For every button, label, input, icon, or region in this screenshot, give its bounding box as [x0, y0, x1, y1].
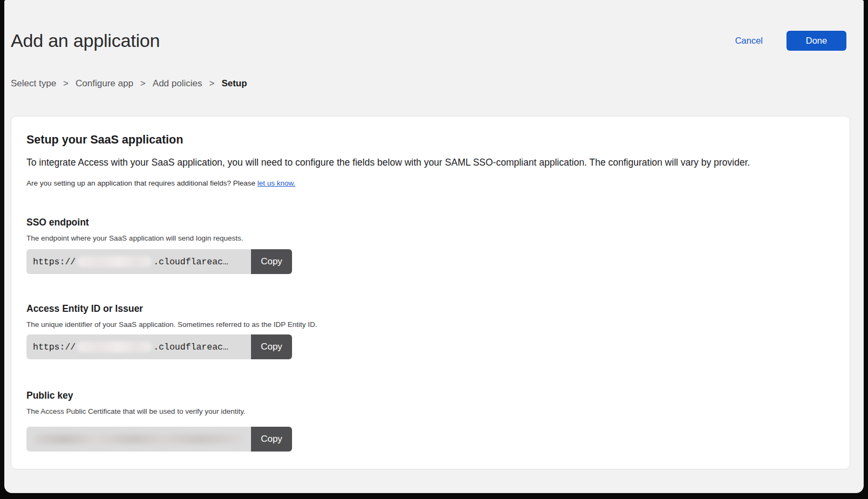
public-key-section: Public key The Access Public Certificate…	[26, 389, 835, 452]
redacted-value	[77, 341, 152, 352]
breadcrumb: Select type > Configure app > Add polici…	[4, 51, 864, 89]
sso-endpoint-label: SSO endpoint	[26, 216, 835, 229]
entity-id-label: Access Entity ID or Issuer	[26, 302, 835, 315]
breadcrumb-separator: >	[140, 78, 146, 89]
setup-card: Setup your SaaS application To integrate…	[11, 116, 850, 469]
cancel-button[interactable]: Cancel	[735, 36, 763, 46]
public-key-label: Public key	[26, 389, 835, 402]
breadcrumb-step-configure-app[interactable]: Configure app	[76, 78, 133, 89]
sso-endpoint-value: https:// .cloudflareac…	[26, 249, 251, 274]
sso-endpoint-section: SSO endpoint The endpoint where your Saa…	[26, 216, 835, 274]
entity-id-section: Access Entity ID or Issuer The unique id…	[26, 302, 835, 359]
entity-id-copy-button[interactable]: Copy	[251, 334, 292, 359]
public-key-field-row: Copy	[26, 427, 292, 452]
public-key-description: The Access Public Certificate that will …	[26, 406, 835, 417]
header-actions: Cancel Done	[735, 31, 846, 51]
entity-id-field-row: https:// .cloudflareac… Copy	[26, 334, 292, 359]
public-key-copy-button[interactable]: Copy	[251, 427, 292, 452]
public-key-value	[26, 427, 251, 452]
breadcrumb-separator: >	[209, 78, 214, 89]
card-note-text: Are you setting up an application that r…	[26, 179, 257, 187]
entity-id-value-suffix: .cloudflareac…	[153, 342, 228, 352]
redacted-value	[34, 434, 241, 444]
card-intro-text: To integrate Access with your SaaS appli…	[26, 155, 835, 169]
let-us-know-link[interactable]: let us know.	[257, 179, 296, 187]
done-button[interactable]: Done	[786, 31, 846, 51]
app-window: Add an application Cancel Done Select ty…	[4, 0, 864, 493]
breadcrumb-separator: >	[63, 78, 69, 89]
breadcrumb-step-setup: Setup	[221, 78, 247, 89]
sso-endpoint-copy-button[interactable]: Copy	[251, 249, 292, 274]
sso-endpoint-value-suffix: .cloudflareac…	[153, 257, 228, 267]
sso-endpoint-description: The endpoint where your SaaS application…	[26, 233, 835, 244]
page-header: Add an application Cancel Done	[4, 0, 864, 51]
entity-id-value-prefix: https://	[33, 342, 76, 352]
entity-id-value: https:// .cloudflareac…	[26, 334, 251, 359]
sso-endpoint-field-row: https:// .cloudflareac… Copy	[26, 249, 292, 274]
card-title: Setup your SaaS application	[26, 133, 835, 147]
redacted-value	[77, 256, 152, 267]
entity-id-description: The unique identifier of your SaaS appli…	[26, 319, 835, 330]
breadcrumb-step-add-policies[interactable]: Add policies	[153, 78, 202, 89]
page-title: Add an application	[11, 30, 160, 51]
breadcrumb-step-select-type[interactable]: Select type	[11, 78, 56, 89]
sso-endpoint-value-prefix: https://	[33, 257, 76, 267]
card-note: Are you setting up an application that r…	[26, 178, 835, 189]
